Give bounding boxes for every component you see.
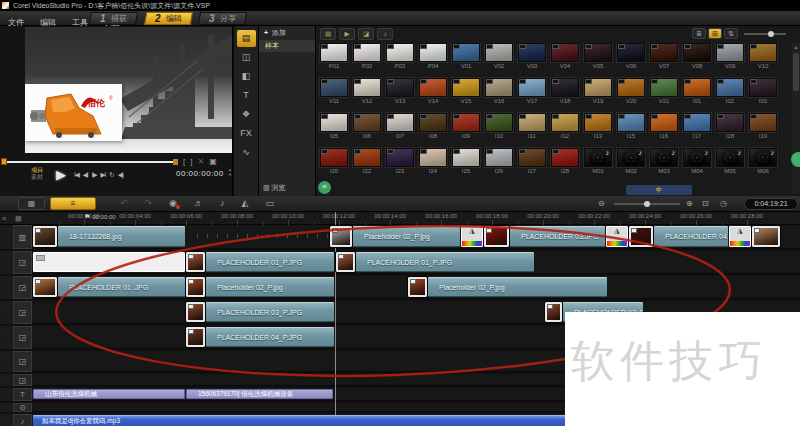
clip-thumbnail[interactable] (545, 302, 562, 322)
timeline-clip[interactable]: Placeholder 02_P.jpg (206, 277, 334, 297)
library-item[interactable]: I01 (681, 78, 713, 111)
zoom-slider-handle[interactable] (644, 201, 650, 207)
tab-share[interactable]: 3分享 (198, 12, 247, 25)
library-item[interactable]: I05 (318, 113, 350, 146)
browse-button[interactable]: ▥ 浏览 (263, 183, 286, 193)
transition-icon[interactable]: ◧ (237, 68, 256, 85)
overlay-track-icon[interactable]: ◲ (13, 326, 32, 349)
mode-project-label[interactable]: 项目 (31, 167, 43, 174)
floating-contact-bubble[interactable] (791, 152, 800, 167)
library-item[interactable]: ♪M04 (681, 148, 713, 181)
library-item[interactable]: V05 (582, 43, 614, 76)
library-item[interactable]: V04 (549, 43, 581, 76)
transition-effect-icon[interactable]: ◮ (606, 226, 628, 247)
library-item[interactable]: V20 (615, 78, 647, 111)
library-item[interactable]: V01 (450, 43, 482, 76)
track-toggle[interactable]: · (0, 351, 13, 372)
thumbnail-size-slider[interactable] (744, 33, 786, 35)
graphic-icon[interactable]: ❖ (237, 106, 256, 123)
timeline-zoom-slider[interactable] (614, 203, 680, 205)
enlarge-preview-icon[interactable]: ▣ (209, 157, 217, 166)
overlay-track-icon[interactable]: ◲ (13, 301, 32, 324)
filter-icon[interactable]: FX (237, 125, 256, 142)
library-item[interactable]: V18 (549, 78, 581, 111)
library-item[interactable]: V14 (417, 78, 449, 111)
overlay-track-icon[interactable]: ◲ (13, 251, 32, 274)
title-clip[interactable]: 山东佰伦洗煤机械 (33, 389, 185, 399)
title-icon[interactable]: T (237, 87, 256, 104)
track-toggle[interactable]: · (0, 414, 13, 426)
library-item[interactable]: ♪M02 (615, 148, 647, 181)
library-item[interactable]: P04 (417, 43, 449, 76)
chroma-key-icon[interactable]: ◭ (241, 197, 248, 210)
clip-thumbnail[interactable] (186, 252, 205, 272)
library-item[interactable]: I07 (384, 113, 416, 146)
timeline-clip[interactable]: Placeholder 02_P.jpg (353, 226, 460, 247)
library-item[interactable]: P01 (318, 43, 350, 76)
library-item[interactable]: I10 (483, 113, 515, 146)
library-item[interactable]: I23 (384, 148, 416, 181)
timeline-clip[interactable]: PLACEHOLDER 04_P.JPG (206, 327, 334, 347)
slider-handle[interactable] (768, 31, 774, 37)
library-item[interactable]: I03 (747, 78, 779, 111)
previous-frame-button[interactable]: ◀I (83, 169, 88, 180)
record-capture-icon[interactable]: ◉ (169, 197, 177, 210)
collapse-gallery-button[interactable]: « (318, 181, 331, 194)
scrubber-track[interactable] (4, 161, 176, 163)
storyboard-view-button[interactable]: ▦ (18, 197, 45, 210)
clip-thumbnail[interactable] (336, 252, 355, 272)
auto-music-icon[interactable]: ♪ (220, 197, 225, 210)
library-item[interactable]: P02 (351, 43, 383, 76)
transition-effect-icon[interactable]: ◮ (729, 226, 751, 247)
track-options-icon[interactable]: ▤ (15, 214, 22, 223)
next-clip-button[interactable]: ▶I (100, 169, 105, 180)
library-item[interactable]: I20 (318, 148, 350, 181)
library-item[interactable]: I28 (549, 148, 581, 181)
media-icon[interactable]: ▤ (237, 30, 256, 47)
library-item[interactable]: V11 (318, 78, 350, 111)
preview-viewport[interactable]: 佰伦 ® (25, 27, 232, 153)
split-clip-icon[interactable]: ✕ (197, 157, 204, 166)
add-folder-button[interactable]: +添加 (259, 26, 315, 39)
timecode-spinner[interactable]: ▲▼ (228, 167, 232, 177)
next-frame-button[interactable]: I▶ (92, 169, 97, 180)
overlay-track-icon[interactable]: ◲ (13, 351, 32, 372)
library-item[interactable]: V17 (516, 78, 548, 111)
timeline-view-button[interactable]: ≡ (50, 197, 96, 210)
scrubber-playhead-handle[interactable] (1, 158, 7, 165)
repeat-button[interactable]: ↻ (109, 169, 113, 180)
library-item[interactable]: V19 (582, 78, 614, 111)
timeline-clip[interactable]: 18-17132268.jpg (58, 226, 185, 247)
track-toggle[interactable]: · (0, 301, 13, 324)
undo-icon[interactable]: ↶ (120, 197, 128, 210)
tab-capture[interactable]: 1捕获 (89, 12, 138, 25)
track-toggle[interactable]: · (0, 251, 13, 274)
play-button[interactable]: ▶ (52, 166, 70, 183)
transition-effect-icon[interactable]: ◮ (461, 226, 483, 247)
library-item[interactable]: I27 (516, 148, 548, 181)
library-item[interactable]: V15 (450, 78, 482, 111)
zoom-out-icon[interactable]: ⊖ (598, 198, 605, 209)
track-toggle[interactable]: · (0, 326, 13, 349)
track-lane[interactable]: 18-17132268.jpgPlaceholder 02_P.jpg◮PLAC… (32, 225, 800, 249)
show-audio-icon[interactable]: ♪ (377, 28, 393, 40)
clip-thumbnail[interactable] (186, 327, 205, 347)
library-item[interactable]: I19 (747, 113, 779, 146)
redo-icon[interactable]: ↷ (145, 197, 153, 210)
timeline-clip[interactable]: PLACEHOLDER 04.JPG (654, 226, 728, 247)
library-item[interactable]: ♪M01 (582, 148, 614, 181)
playback-mode-toggle[interactable]: 项目 素材 (31, 167, 43, 181)
clip-thumbnail[interactable] (186, 302, 205, 322)
library-scrollbar[interactable]: ▲ (792, 43, 800, 194)
library-item[interactable]: ♪M06 (747, 148, 779, 181)
scrollbar-thumb[interactable] (793, 53, 799, 91)
thumbnail-view-icon[interactable]: ⊞ (708, 28, 722, 39)
library-item[interactable]: I25 (450, 148, 482, 181)
library-item[interactable]: I18 (714, 113, 746, 146)
clip-thumbnail[interactable] (408, 277, 427, 297)
timeline-clip[interactable]: PLACEHOLDER 01 .JPG (58, 277, 185, 297)
library-item[interactable]: V10 (747, 43, 779, 76)
trim-end-handle[interactable] (173, 159, 178, 165)
show-videos-icon[interactable]: ▶ (339, 28, 355, 40)
track-toggle[interactable]: · (0, 403, 13, 412)
